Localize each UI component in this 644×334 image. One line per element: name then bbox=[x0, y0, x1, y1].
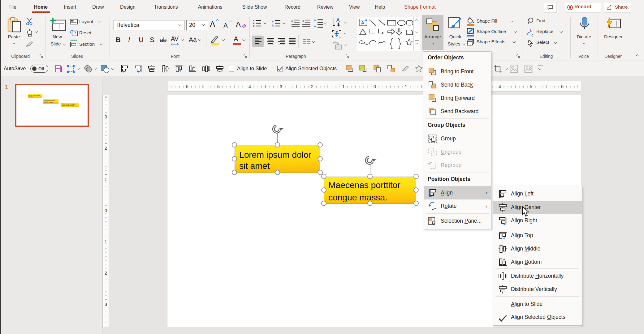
svg-text:3: 3 bbox=[272, 25, 274, 27]
svg-text:A: A bbox=[361, 20, 364, 25]
svg-text:c: c bbox=[531, 33, 534, 37]
svg-text:b: b bbox=[530, 28, 532, 33]
svg-text:A: A bbox=[336, 18, 340, 23]
